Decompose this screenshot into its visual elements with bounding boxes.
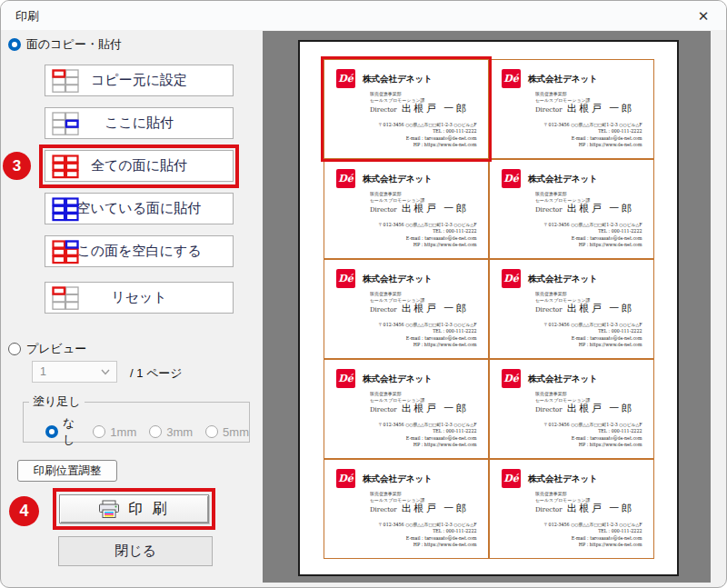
denet-logo-icon: Dé bbox=[502, 169, 521, 188]
logo-text: Dé bbox=[338, 373, 354, 384]
business-card[interactable]: Dé 株式会社デネット 販売促進事業部 セールスプロモーション課 Directo… bbox=[324, 259, 489, 359]
grid-paste-here-icon bbox=[52, 112, 79, 136]
card-grid: Dé 株式会社デネット 販売促進事業部 セールスプロモーション課 Directo… bbox=[324, 59, 654, 559]
card-tel: TEL : 000-111-2222 bbox=[379, 328, 477, 334]
paste-here-button[interactable]: ここに貼付 bbox=[45, 107, 234, 139]
copy-paste-mode-radio[interactable]: 面のコピー・貼付 bbox=[8, 36, 122, 53]
paste-all-faces-label: 全ての面に貼付 bbox=[91, 157, 187, 174]
business-card[interactable]: Dé 株式会社デネット 販売促進事業部 セールスプロモーション課 Directo… bbox=[489, 59, 654, 159]
logo-text: Dé bbox=[503, 473, 519, 484]
business-card[interactable]: Dé 株式会社デネット 販売促進事業部 セールスプロモーション課 Directo… bbox=[489, 159, 654, 259]
close-icon[interactable]: ✕ bbox=[693, 6, 713, 26]
card-job-title: Director bbox=[535, 106, 563, 114]
grid-reset-icon bbox=[52, 286, 79, 311]
card-job-title: Director bbox=[370, 206, 397, 214]
bleed-option-3mm[interactable]: 3mm bbox=[149, 425, 193, 439]
card-email: E-mail : tarosasato@de-net.com bbox=[544, 535, 642, 542]
card-tel: TEL : 000-111-2222 bbox=[544, 228, 642, 234]
page-select-value: 1 bbox=[33, 365, 101, 378]
card-job-title: Director bbox=[535, 406, 563, 414]
card-contact-block: 〒012-3456 ○○県△△市□□町1-2-3 ○○ビル△F TEL : 00… bbox=[379, 322, 477, 349]
print-button[interactable]: 印 刷 bbox=[59, 494, 209, 523]
business-card[interactable]: Dé 株式会社デネット 販売促進事業部 セールスプロモーション課 Directo… bbox=[489, 259, 654, 359]
card-email: E-mail : tarosasato@de-net.com bbox=[544, 235, 642, 242]
card-email: E-mail : tarosasato@de-net.com bbox=[379, 435, 477, 442]
card-email: E-mail : tarosasato@de-net.com bbox=[379, 335, 477, 342]
card-contact-block: 〒012-3456 ○○県△△市□□町1-2-3 ○○ビル△F TEL : 00… bbox=[379, 522, 477, 549]
card-tel: TEL : 000-111-2222 bbox=[544, 428, 642, 434]
logo-text: Dé bbox=[503, 173, 519, 184]
card-address: 〒012-3456 ○○県△△市□□町1-2-3 ○○ビル△F bbox=[544, 222, 642, 228]
card-company-name: 株式会社デネット bbox=[363, 74, 433, 85]
card-tel: TEL : 000-111-2222 bbox=[544, 528, 642, 534]
card-name-line: Director 出根戸 一郎 bbox=[535, 402, 633, 415]
bleed-option-5mm[interactable]: 5mm bbox=[205, 425, 249, 439]
card-person-name: 出根戸 一郎 bbox=[567, 102, 634, 115]
card-company-name: 株式会社デネット bbox=[528, 374, 598, 385]
card-tel: TEL : 000-111-2222 bbox=[544, 128, 642, 135]
business-card[interactable]: Dé 株式会社デネット 販売促進事業部 セールスプロモーション課 Directo… bbox=[324, 59, 489, 159]
card-hp: HP : https://www.de-net.com bbox=[379, 442, 477, 448]
business-card[interactable]: Dé 株式会社デネット 販売促進事業部 セールスプロモーション課 Directo… bbox=[324, 359, 489, 459]
card-address: 〒012-3456 ○○県△△市□□町1-2-3 ○○ビル△F bbox=[379, 122, 477, 128]
card-person-name: 出根戸 一郎 bbox=[567, 202, 634, 215]
bleed-option-1mm[interactable]: 1mm bbox=[93, 425, 136, 439]
denet-logo-icon: Dé bbox=[336, 469, 355, 488]
copy-paste-mode-label: 面のコピー・貼付 bbox=[26, 36, 122, 53]
radio-unselected-icon bbox=[8, 343, 21, 355]
card-person-name: 出根戸 一郎 bbox=[402, 502, 469, 515]
blank-this-face-label: この面を空白にする bbox=[76, 243, 201, 260]
card-tel: TEL : 000-111-2222 bbox=[379, 228, 477, 234]
card-job-title: Director bbox=[370, 406, 397, 414]
print-position-adjust-button[interactable]: 印刷位置調整 bbox=[17, 460, 117, 482]
card-address: 〒012-3456 ○○県△△市□□町1-2-3 ○○ビル△F bbox=[544, 322, 642, 328]
bleed-group-legend: 塗り足し bbox=[29, 394, 85, 410]
card-company-name: 株式会社デネット bbox=[528, 174, 598, 185]
card-contact-block: 〒012-3456 ○○県△△市□□町1-2-3 ○○ビル△F TEL : 00… bbox=[544, 222, 642, 249]
card-job-title: Director bbox=[535, 306, 563, 314]
card-email: E-mail : tarosasato@de-net.com bbox=[544, 135, 642, 142]
card-tel: TEL : 000-111-2222 bbox=[544, 328, 642, 334]
preview-mode-radio[interactable]: プレビュー bbox=[8, 341, 86, 357]
printer-icon bbox=[98, 500, 120, 519]
denet-logo-icon: Dé bbox=[336, 369, 355, 388]
card-hp: HP : https://www.de-net.com bbox=[544, 442, 642, 448]
business-card[interactable]: Dé 株式会社デネット 販売促進事業部 セールスプロモーション課 Directo… bbox=[489, 459, 654, 559]
bleed-option-none[interactable]: なし bbox=[45, 415, 80, 448]
close-dialog-button[interactable]: 閉じる bbox=[58, 536, 213, 566]
card-person-name: 出根戸 一郎 bbox=[567, 402, 634, 415]
card-hp: HP : https://www.de-net.com bbox=[544, 342, 642, 348]
business-card[interactable]: Dé 株式会社デネット 販売促進事業部 セールスプロモーション課 Directo… bbox=[489, 359, 654, 459]
card-tel: TEL : 000-111-2222 bbox=[379, 528, 477, 534]
card-hp: HP : https://www.de-net.com bbox=[544, 242, 642, 248]
card-hp: HP : https://www.de-net.com bbox=[379, 142, 477, 148]
paste-here-label: ここに貼付 bbox=[105, 115, 174, 132]
card-company-name: 株式会社デネット bbox=[363, 174, 433, 185]
blank-this-face-button[interactable]: この面を空白にする bbox=[45, 235, 234, 267]
card-name-line: Director 出根戸 一郎 bbox=[535, 102, 633, 115]
card-hp: HP : https://www.de-net.com bbox=[544, 142, 642, 148]
card-contact-block: 〒012-3456 ○○県△△市□□町1-2-3 ○○ビル△F TEL : 00… bbox=[379, 222, 477, 249]
card-company-name: 株式会社デネット bbox=[363, 473, 433, 485]
card-email: E-mail : tarosasato@de-net.com bbox=[544, 435, 642, 442]
page-select[interactable]: 1 bbox=[32, 361, 117, 383]
denet-logo-icon: Dé bbox=[336, 269, 355, 288]
card-person-name: 出根戸 一郎 bbox=[402, 402, 469, 415]
business-card[interactable]: Dé 株式会社デネット 販売促進事業部 セールスプロモーション課 Directo… bbox=[324, 159, 489, 259]
card-company-name: 株式会社デネット bbox=[528, 74, 598, 85]
set-copy-source-button[interactable]: コピー元に設定 bbox=[45, 65, 234, 96]
card-contact-block: 〒012-3456 ○○県△△市□□町1-2-3 ○○ビル△F TEL : 00… bbox=[544, 122, 642, 149]
card-email: E-mail : tarosasato@de-net.com bbox=[544, 335, 642, 342]
card-person-name: 出根戸 一郎 bbox=[402, 102, 469, 115]
preview-page: Dé 株式会社デネット 販売促進事業部 セールスプロモーション課 Directo… bbox=[298, 40, 679, 576]
business-card[interactable]: Dé 株式会社デネット 販売促進事業部 セールスプロモーション課 Directo… bbox=[324, 459, 489, 559]
denet-logo-icon: Dé bbox=[502, 469, 521, 488]
grid-source-icon bbox=[52, 69, 79, 94]
card-company-name: 株式会社デネット bbox=[528, 274, 598, 285]
titlebar: 印刷 ✕ bbox=[1, 1, 726, 30]
reset-button[interactable]: リセット bbox=[45, 282, 234, 314]
paste-empty-faces-button[interactable]: 空いている面に貼付 bbox=[45, 193, 234, 224]
radio-disabled-icon bbox=[205, 425, 218, 438]
radio-disabled-icon bbox=[149, 425, 162, 438]
paste-all-faces-button[interactable]: 全ての面に貼付 bbox=[45, 150, 234, 182]
